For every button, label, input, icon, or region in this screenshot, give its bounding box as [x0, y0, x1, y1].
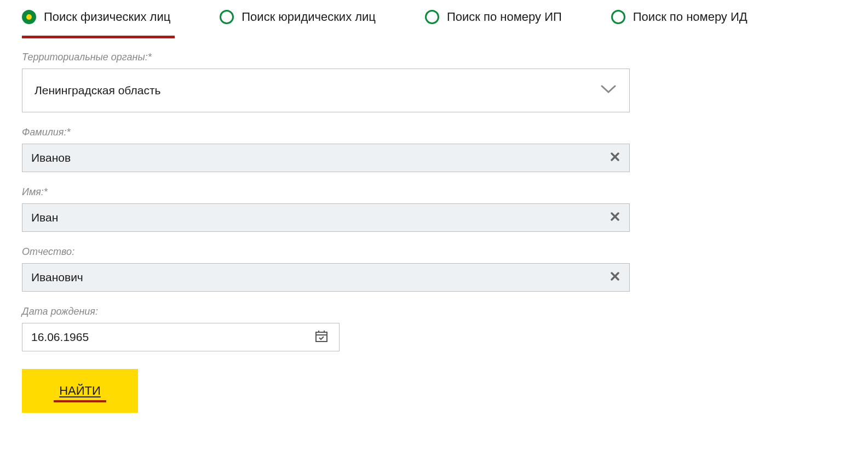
field-region: Территориальные органы:* Ленинградская о… — [22, 52, 630, 112]
firstname-input[interactable] — [31, 211, 596, 224]
radio-icon — [425, 10, 439, 24]
patronymic-input-wrap — [22, 263, 630, 292]
birthdate-input-wrap — [22, 323, 340, 351]
region-value: Ленинградская область — [35, 84, 160, 97]
search-button-underline — [54, 400, 106, 402]
tab-legal-entities[interactable]: Поиск юридических лиц — [220, 10, 376, 24]
region-label: Территориальные органы:* — [22, 52, 630, 63]
search-type-tabs: Поиск физических лиц Поиск юридических л… — [22, 10, 846, 24]
lastname-input-wrap — [22, 144, 630, 172]
tab-ip-number[interactable]: Поиск по номеру ИП — [425, 10, 562, 24]
clear-icon[interactable] — [611, 152, 619, 163]
firstname-input-wrap — [22, 203, 630, 232]
lastname-input[interactable] — [31, 151, 596, 164]
field-patronymic: Отчество: — [22, 246, 630, 292]
radio-selected-icon — [22, 10, 36, 24]
svg-rect-0 — [316, 332, 327, 342]
search-form: Территориальные органы:* Ленинградская о… — [22, 52, 630, 413]
calendar-icon[interactable] — [315, 329, 328, 345]
birthdate-input[interactable] — [31, 331, 306, 344]
lastname-label: Фамилия:* — [22, 127, 630, 138]
chevron-down-icon — [601, 85, 616, 96]
active-tab-underline — [22, 36, 175, 38]
tab-label: Поиск юридических лиц — [242, 10, 376, 24]
field-birthdate: Дата рождения: — [22, 306, 630, 351]
field-firstname: Имя:* — [22, 186, 630, 232]
region-select[interactable]: Ленинградская область — [22, 69, 630, 112]
patronymic-label: Отчество: — [22, 246, 630, 258]
field-lastname: Фамилия:* — [22, 127, 630, 172]
tab-physical-persons[interactable]: Поиск физических лиц — [22, 10, 170, 24]
clear-icon[interactable] — [611, 212, 619, 223]
search-button-label: НАЙТИ — [59, 384, 101, 398]
tab-id-number[interactable]: Поиск по номеру ИД — [611, 10, 748, 24]
birthdate-label: Дата рождения: — [22, 306, 630, 317]
firstname-label: Имя:* — [22, 186, 630, 198]
patronymic-input[interactable] — [31, 271, 596, 284]
tab-label: Поиск по номеру ИП — [447, 10, 562, 24]
search-button[interactable]: НАЙТИ — [22, 369, 138, 413]
clear-icon[interactable] — [611, 272, 619, 283]
tab-label: Поиск физических лиц — [44, 10, 170, 24]
radio-icon — [220, 10, 234, 24]
tab-label: Поиск по номеру ИД — [633, 10, 748, 24]
radio-icon — [611, 10, 625, 24]
